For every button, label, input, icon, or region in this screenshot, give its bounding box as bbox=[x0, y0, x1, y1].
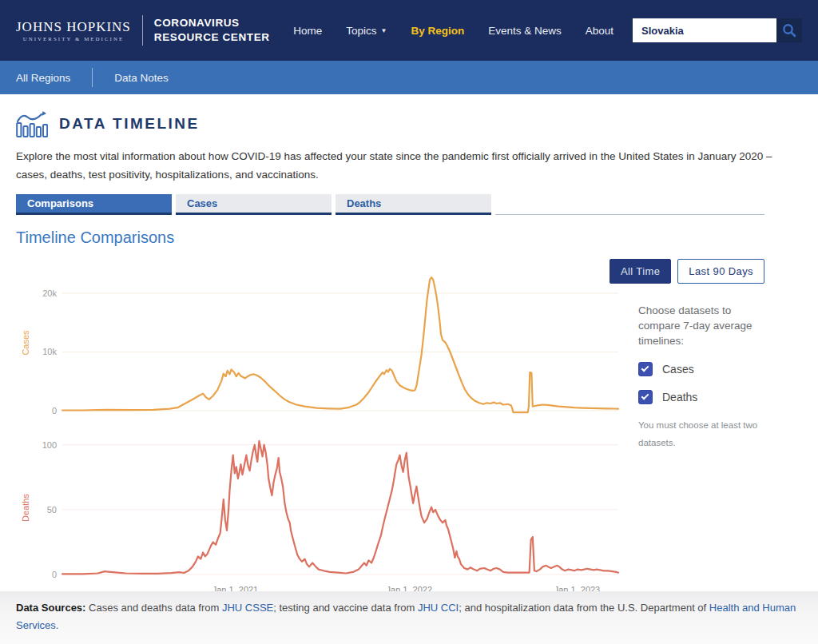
cases-checkbox[interactable] bbox=[638, 362, 653, 376]
footer-text-segment: ; and hospitalization data from the U.S.… bbox=[459, 602, 709, 614]
footer-text-segment: Cases and deaths data from bbox=[85, 602, 222, 614]
comparison-content: 010k20kCases 050100Jan 1, 2021Jan 1, 202… bbox=[16, 248, 764, 600]
search-box bbox=[633, 18, 802, 42]
subnav-divider bbox=[92, 68, 93, 87]
footer-link[interactable]: JHU CSSE bbox=[222, 602, 273, 614]
all-time-button[interactable]: All Time bbox=[610, 259, 671, 284]
cases-checkbox-label: Cases bbox=[662, 363, 694, 376]
subnav-item-all-regions[interactable]: All Regions bbox=[16, 72, 70, 84]
deaths-checkbox-row[interactable]: Deaths bbox=[638, 390, 764, 404]
jhu-logo-subtitle: UNIVERSITY & MEDICINE bbox=[16, 36, 131, 42]
dataset-selector: Choose datasets to compare 7-day average… bbox=[621, 303, 764, 451]
last-90-days-button[interactable]: Last 90 Days bbox=[677, 259, 764, 284]
time-range-toggle: All Time Last 90 Days bbox=[621, 259, 764, 284]
controls-column: All Time Last 90 Days Choose datasets to… bbox=[621, 248, 764, 600]
site-brand[interactable]: CORONAVIRUS RESOURCE CENTER bbox=[154, 16, 270, 44]
tab-comparisons[interactable]: Comparisons bbox=[16, 194, 172, 215]
site-header: JOHNS HOPKINS UNIVERSITY & MEDICINE CORO… bbox=[0, 0, 818, 61]
brand-line-2: RESOURCE CENTER bbox=[154, 30, 270, 45]
tab-deaths[interactable]: Deaths bbox=[336, 194, 491, 215]
data-sources-footer: Data Sources: Cases and deaths data from… bbox=[0, 591, 818, 644]
logo-divider bbox=[142, 15, 143, 46]
data-sources-text: Cases and deaths data from JHU CSSE; tes… bbox=[16, 602, 796, 631]
tab-bar-rule bbox=[495, 214, 764, 215]
section-heading: Timeline Comparisons bbox=[16, 229, 802, 247]
svg-text:0: 0 bbox=[52, 570, 57, 579]
svg-text:Deaths: Deaths bbox=[21, 493, 30, 521]
deaths-checkbox[interactable] bbox=[638, 390, 653, 404]
nav-item-about[interactable]: About bbox=[586, 25, 614, 37]
jhu-logo[interactable]: JOHNS HOPKINS UNIVERSITY & MEDICINE bbox=[16, 20, 131, 42]
svg-text:100: 100 bbox=[42, 440, 57, 450]
data-timeline-icon bbox=[16, 110, 48, 137]
main-content: DATA TIMELINE Explore the most vital inf… bbox=[0, 110, 818, 600]
data-sources-line: Data Sources: Cases and deaths data from… bbox=[16, 599, 802, 634]
svg-text:Cases: Cases bbox=[21, 330, 30, 356]
dataset-note: You must choose at least two datasets. bbox=[638, 417, 772, 451]
cases-chart[interactable]: 010k20kCases bbox=[16, 266, 621, 423]
cases-checkbox-row[interactable]: Cases bbox=[638, 362, 764, 376]
search-input[interactable] bbox=[633, 18, 776, 42]
footer-text-segment: . bbox=[56, 619, 59, 631]
deaths-checkbox-label: Deaths bbox=[662, 391, 697, 403]
brand-line-1: CORONAVIRUS bbox=[154, 16, 270, 30]
charts-column: 010k20kCases 050100Jan 1, 2021Jan 1, 202… bbox=[16, 248, 621, 600]
logo-group: JOHNS HOPKINS UNIVERSITY & MEDICINE CORO… bbox=[16, 15, 270, 46]
page-title: DATA TIMELINE bbox=[59, 115, 200, 133]
dataset-prompt: Choose datasets to compare 7-day average… bbox=[638, 303, 758, 348]
footer-link[interactable]: JHU CCI bbox=[418, 602, 459, 614]
page: JOHNS HOPKINS UNIVERSITY & MEDICINE CORO… bbox=[0, 0, 818, 644]
tab-bar: Comparisons Cases Deaths bbox=[16, 194, 764, 215]
nav-item-topics[interactable]: Topics▼ bbox=[346, 25, 387, 37]
search-button[interactable] bbox=[776, 18, 802, 42]
data-sources-label: Data Sources: bbox=[16, 602, 85, 614]
tab-cases[interactable]: Cases bbox=[176, 194, 332, 215]
svg-text:20k: 20k bbox=[42, 288, 57, 298]
jhu-logo-name: JOHNS HOPKINS bbox=[16, 20, 131, 34]
nav-item-topics-label: Topics bbox=[346, 25, 376, 37]
nav-item-events-news[interactable]: Events & News bbox=[488, 25, 562, 37]
footer-text-segment: ; testing and vaccine data from bbox=[273, 602, 418, 614]
subnav-item-data-notes[interactable]: Data Notes bbox=[114, 72, 169, 84]
main-nav: Home Topics▼ By Region Events & News Abo… bbox=[293, 25, 614, 37]
search-icon bbox=[782, 23, 796, 38]
checkmark-icon bbox=[641, 392, 649, 400]
page-description: Explore the most vital information about… bbox=[16, 148, 799, 185]
deaths-chart[interactable]: 050100Jan 1, 2021Jan 1, 2022Jan 1, 2023D… bbox=[16, 432, 621, 600]
svg-text:10k: 10k bbox=[42, 347, 57, 356]
svg-text:0: 0 bbox=[52, 406, 57, 415]
chevron-down-icon: ▼ bbox=[380, 27, 387, 34]
checkmark-icon bbox=[641, 364, 649, 372]
nav-item-home[interactable]: Home bbox=[293, 25, 322, 37]
svg-text:50: 50 bbox=[47, 505, 57, 515]
section-header: DATA TIMELINE bbox=[16, 110, 802, 137]
region-subnav: All Regions Data Notes bbox=[0, 61, 818, 94]
nav-item-by-region[interactable]: By Region bbox=[411, 25, 464, 37]
